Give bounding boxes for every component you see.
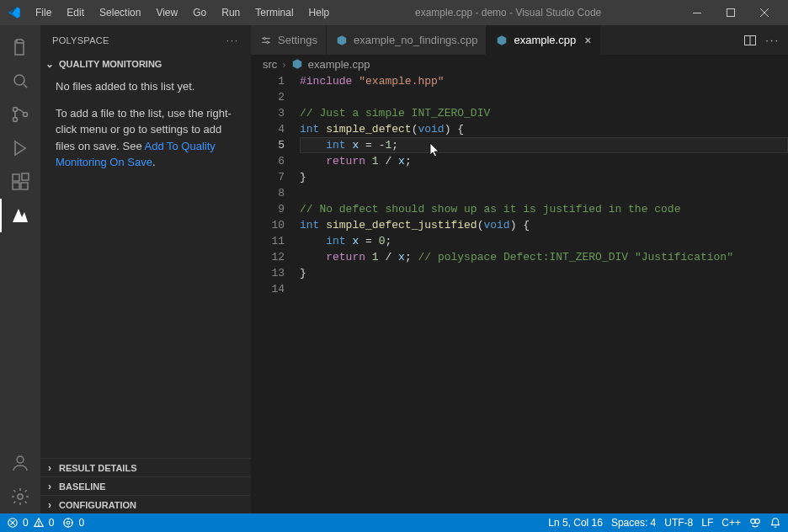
chevron-right-icon: ›: [44, 462, 56, 474]
status-ports-count: 0: [78, 517, 84, 529]
sidebar-body: No files added to this list yet. To add …: [40, 73, 251, 186]
tab-label: example.cpp: [514, 34, 576, 46]
tab-settings[interactable]: Settings: [251, 25, 327, 55]
editor-area: Settings example_no_findings.cpp example…: [251, 25, 788, 513]
menu-run[interactable]: Run: [215, 3, 247, 22]
status-error-count: 0: [23, 517, 29, 529]
menu-bar: File Edit Selection View Go Run Terminal…: [29, 3, 336, 22]
activity-search[interactable]: [0, 64, 40, 98]
tab-close-icon[interactable]: ×: [581, 34, 591, 47]
window-title: example.cpp - demo - Visual Studio Code: [336, 7, 680, 19]
svg-rect-9: [22, 173, 29, 180]
svg-rect-6: [13, 174, 19, 181]
sidebar: POLYSPACE ··· ⌄ QUALITY MONITORING No fi…: [40, 25, 251, 513]
window-close-button[interactable]: [748, 0, 781, 25]
tab-label: Settings: [278, 34, 317, 46]
line-number-gutter: 1234567891011121314: [251, 73, 300, 513]
sidebar-section-label: CONFIGURATION: [59, 500, 136, 510]
sidebar-hint-text: To add a file to the list, use the right…: [56, 105, 241, 171]
svg-point-5: [24, 113, 28, 117]
sidebar-section-label: BASELINE: [59, 481, 106, 492]
activity-polyspace[interactable]: [0, 199, 40, 232]
activity-scm[interactable]: [0, 98, 40, 131]
split-editor-icon[interactable]: [743, 34, 757, 47]
svg-point-3: [13, 108, 18, 112]
svg-point-4: [13, 118, 18, 122]
activity-run-debug[interactable]: [0, 131, 40, 165]
status-ports[interactable]: 0: [62, 517, 84, 529]
svg-point-14: [264, 37, 265, 39]
editor-more-icon[interactable]: ···: [765, 34, 780, 46]
menu-help[interactable]: Help: [302, 3, 337, 22]
activity-accounts[interactable]: [0, 446, 40, 480]
activity-bar: [0, 25, 40, 513]
breadcrumb-segment[interactable]: src: [263, 58, 277, 71]
sidebar-section-baseline[interactable]: › BASELINE: [40, 476, 251, 495]
svg-point-20: [38, 524, 39, 525]
status-eol[interactable]: LF: [701, 517, 713, 529]
status-warning-count: 0: [49, 517, 55, 529]
status-problems[interactable]: 0 0: [7, 517, 54, 529]
sidebar-section-label: RESULT DETAILS: [59, 463, 136, 473]
menu-go[interactable]: Go: [186, 3, 213, 22]
status-cursor-position[interactable]: Ln 5, Col 16: [548, 517, 603, 529]
status-indentation[interactable]: Spaces: 4: [611, 517, 656, 529]
status-encoding[interactable]: UTF-8: [664, 517, 693, 529]
menu-selection[interactable]: Selection: [93, 3, 147, 22]
window-maximize-button[interactable]: [714, 0, 748, 25]
svg-point-23: [751, 519, 755, 524]
svg-rect-8: [21, 183, 28, 189]
settings-icon: [259, 34, 273, 47]
cpp-file-icon: [495, 34, 508, 47]
status-feedback-icon[interactable]: [749, 517, 761, 529]
svg-point-10: [17, 456, 24, 463]
menu-file[interactable]: File: [29, 3, 58, 22]
sidebar-section-configuration[interactable]: › CONFIGURATION: [40, 495, 251, 513]
title-bar: File Edit Selection View Go Run Terminal…: [0, 0, 788, 25]
activity-explorer[interactable]: [0, 30, 40, 64]
tab-example-cpp[interactable]: example.cpp ×: [487, 25, 600, 55]
svg-point-24: [755, 519, 759, 524]
cpp-file-icon: [291, 58, 303, 70]
svg-point-22: [67, 521, 71, 524]
chevron-right-icon: ›: [44, 499, 56, 511]
chevron-down-icon: ⌄: [44, 58, 56, 70]
menu-edit[interactable]: Edit: [60, 3, 91, 22]
tab-example-no-findings[interactable]: example_no_findings.cpp: [327, 25, 487, 55]
menu-view[interactable]: View: [149, 3, 184, 22]
activity-extensions[interactable]: [0, 165, 40, 199]
svg-rect-7: [13, 183, 19, 189]
menu-terminal[interactable]: Terminal: [248, 3, 300, 22]
tab-label: example_no_findings.cpp: [354, 34, 477, 46]
svg-point-11: [18, 494, 23, 499]
status-language[interactable]: C++: [721, 517, 741, 529]
chevron-right-icon: ›: [282, 58, 285, 71]
sidebar-empty-text: No files added to this list yet.: [56, 78, 241, 95]
status-bar: 0 0 0 Ln 5, Col 16 Spaces: 4 UTF-8 LF C+…: [0, 513, 788, 532]
svg-rect-0: [693, 13, 701, 13]
svg-point-15: [267, 41, 269, 43]
sidebar-section-quality[interactable]: ⌄ QUALITY MONITORING: [40, 55, 251, 73]
status-notifications-icon[interactable]: [769, 517, 781, 529]
vscode-icon: [7, 5, 22, 20]
breadcrumb-segment[interactable]: example.cpp: [308, 58, 370, 71]
tab-bar: Settings example_no_findings.cpp example…: [251, 25, 788, 55]
activity-settings[interactable]: [0, 480, 40, 513]
sidebar-section-label: QUALITY MONITORING: [59, 59, 162, 69]
code-area[interactable]: 1234567891011121314 #include "example.hp…: [251, 73, 788, 513]
sidebar-more-icon[interactable]: ···: [226, 35, 239, 45]
cpp-file-icon: [335, 34, 349, 47]
window-minimize-button[interactable]: [680, 0, 714, 25]
code-text[interactable]: #include "example.hpp"// Just a simple I…: [300, 73, 788, 513]
sidebar-section-result-details[interactable]: › RESULT DETAILS: [40, 458, 251, 476]
chevron-right-icon: ›: [44, 481, 56, 492]
svg-point-2: [14, 75, 24, 85]
sidebar-panel-title: POLYSPACE: [52, 35, 109, 45]
svg-rect-1: [727, 9, 735, 17]
breadcrumbs[interactable]: src › example.cpp: [251, 55, 788, 73]
